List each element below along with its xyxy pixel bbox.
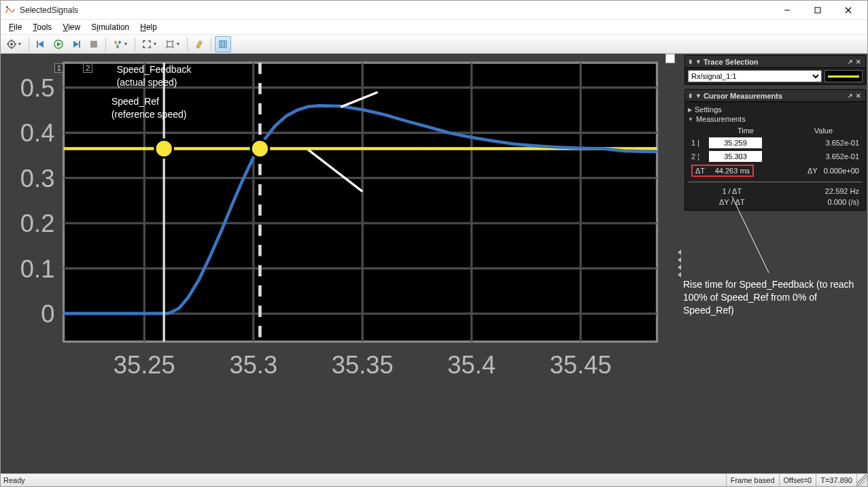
svg-rect-24 xyxy=(167,41,173,47)
status-time: T=37.890 xyxy=(816,474,856,486)
svg-text:35.25: 35.25 xyxy=(114,351,175,379)
scope-plot[interactable]: 00.10.20.30.40.535.2535.335.3535.435.45 xyxy=(1,54,675,391)
separator xyxy=(211,37,211,51)
maximize-plot-button[interactable] xyxy=(665,54,675,63)
cursor-2-time-input[interactable] xyxy=(709,151,762,162)
svg-point-58 xyxy=(155,139,173,157)
panel-close-icon[interactable]: ✕ xyxy=(856,58,861,65)
app-icon xyxy=(5,5,16,16)
stop-icon xyxy=(89,39,99,49)
svg-rect-30 xyxy=(220,41,226,48)
status-frame: Frame based xyxy=(726,474,779,486)
cursor-1-flag[interactable]: 1 xyxy=(54,63,64,73)
separator xyxy=(135,37,135,51)
status-offset: Offset=0 xyxy=(779,474,816,486)
svg-text:35.45: 35.45 xyxy=(550,351,612,379)
cursor-1-time-input[interactable] xyxy=(709,137,762,148)
maximize-button[interactable] xyxy=(802,1,833,20)
step-forward-icon xyxy=(71,39,81,49)
title-bar: SelectedSignals xyxy=(1,1,867,20)
svg-rect-3 xyxy=(815,7,820,13)
plot-area[interactable]: 00.10.20.30.40.535.2535.335.3535.435.45 … xyxy=(1,54,675,473)
collapse-icon[interactable]: ▼ xyxy=(695,93,701,99)
cursor-measure-icon xyxy=(218,39,228,49)
step-forward-button[interactable] xyxy=(68,36,84,52)
trace-color-swatch xyxy=(824,70,863,82)
trace-select[interactable]: Rx/signal_1:1 xyxy=(688,70,822,82)
svg-point-20 xyxy=(118,41,121,44)
svg-text:0.5: 0.5 xyxy=(20,74,55,102)
pin-icon[interactable]: ⇟ xyxy=(688,93,693,99)
svg-text:0.2: 0.2 xyxy=(20,209,55,237)
svg-text:0: 0 xyxy=(41,300,54,328)
svg-point-19 xyxy=(114,41,117,44)
run-button[interactable] xyxy=(50,36,67,52)
settings-section[interactable]: ▶Settings xyxy=(688,105,863,114)
play-icon xyxy=(54,39,63,49)
menu-simulation[interactable]: Simulation xyxy=(86,21,135,33)
menu-bar: File Tools View Simulation Help xyxy=(1,20,867,35)
settings-button[interactable]: ▼ xyxy=(3,36,25,52)
measurements-section[interactable]: ▼Measurements xyxy=(688,115,863,123)
highlight-button[interactable] xyxy=(191,36,207,52)
undock-icon[interactable]: ↗ xyxy=(848,93,853,99)
svg-marker-29 xyxy=(196,41,202,48)
separator xyxy=(187,37,188,51)
svg-text:0.1: 0.1 xyxy=(20,255,55,283)
pin-icon[interactable]: ⇟ xyxy=(688,58,693,65)
svg-marker-12 xyxy=(38,41,44,48)
svg-point-21 xyxy=(116,46,119,48)
window-title: SelectedSignals xyxy=(20,5,78,15)
svg-text:35.35: 35.35 xyxy=(332,351,394,379)
menu-file[interactable]: File xyxy=(3,21,27,33)
zoom-box-icon xyxy=(142,39,152,49)
svg-text:0.4: 0.4 xyxy=(20,119,55,147)
cursor-measurements-panel: ⇟ ▼ Cursor Measurements ↗ ✕ ▶Settings ▼M… xyxy=(684,89,866,211)
side-panels: ⇟ ▼ Trace Selection ↗ ✕ Rx/signal_1:1 ⇟ … xyxy=(683,54,867,473)
svg-rect-18 xyxy=(90,41,97,48)
cursor-measure-button[interactable] xyxy=(215,36,231,52)
svg-marker-15 xyxy=(57,42,61,46)
cursor-2-flag[interactable]: 2 xyxy=(83,63,92,73)
svg-point-6 xyxy=(8,41,15,48)
workspace: 00.10.20.30.40.535.2535.335.3535.435.45 … xyxy=(1,54,867,473)
collapse-icon[interactable]: ▼ xyxy=(695,58,701,65)
panel-drag-handle[interactable] xyxy=(675,54,683,473)
toolbar: ▼ ▼ ▼ ▼ xyxy=(1,35,867,54)
status-bar: Ready Frame based Offset=0 T=37.890 xyxy=(1,473,867,486)
menu-view[interactable]: View xyxy=(57,21,86,33)
trace-selection-panel: ⇟ ▼ Trace Selection ↗ ✕ Rx/signal_1:1 xyxy=(684,55,866,85)
delta-t-highlight: ΔT 44.263 ms xyxy=(691,165,754,177)
step-back-button[interactable] xyxy=(33,36,49,52)
signal-selector-button[interactable]: ▼ xyxy=(109,36,131,52)
separator xyxy=(105,37,106,51)
minimize-button[interactable] xyxy=(771,1,802,20)
measurements-table: TimeValue 1 | 3.652e-01 2 ¦ 3.652e-01 xyxy=(688,124,863,179)
marker-icon xyxy=(194,39,204,49)
stop-button[interactable] xyxy=(86,36,102,52)
panel-title: Cursor Measurements xyxy=(704,92,846,100)
svg-rect-17 xyxy=(79,41,80,48)
svg-text:35.4: 35.4 xyxy=(447,351,496,379)
svg-line-25 xyxy=(166,40,168,42)
autoscale-button[interactable]: ▼ xyxy=(162,36,184,52)
svg-point-7 xyxy=(10,43,13,46)
svg-rect-13 xyxy=(37,41,38,48)
step-back-icon xyxy=(36,39,46,49)
svg-text:35.3: 35.3 xyxy=(229,351,277,379)
svg-line-28 xyxy=(172,46,174,48)
autoscale-icon xyxy=(165,39,175,49)
svg-line-26 xyxy=(172,40,174,42)
undock-icon[interactable]: ↗ xyxy=(848,58,853,65)
svg-rect-33 xyxy=(64,63,657,341)
resize-grip[interactable] xyxy=(856,474,867,486)
menu-tools[interactable]: Tools xyxy=(27,21,57,33)
svg-line-22 xyxy=(116,42,118,47)
menu-help[interactable]: Help xyxy=(135,21,162,33)
close-button[interactable] xyxy=(833,1,863,20)
svg-point-59 xyxy=(251,139,268,157)
zoom-box-button[interactable]: ▼ xyxy=(139,36,160,52)
panel-close-icon[interactable]: ✕ xyxy=(856,93,861,99)
svg-marker-16 xyxy=(73,41,79,48)
status-ready: Ready xyxy=(1,476,726,484)
